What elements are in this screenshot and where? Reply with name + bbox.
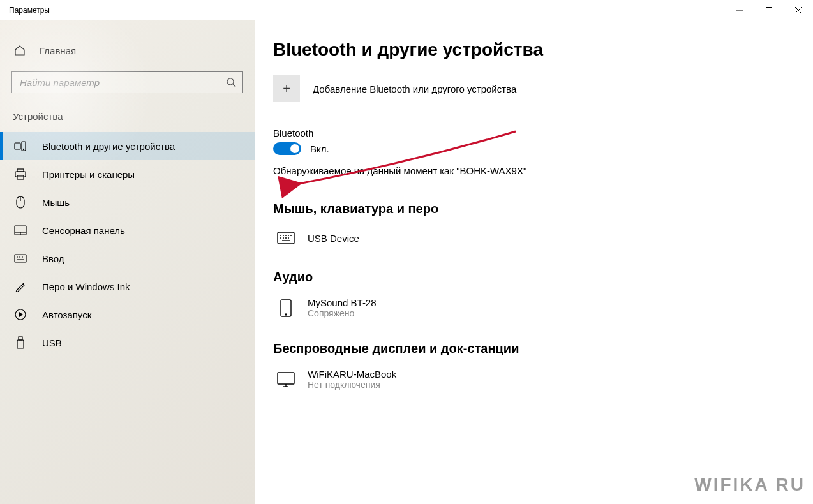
section-header-input: Мышь, клавиатура и перо bbox=[273, 202, 787, 216]
device-info: WiFiKARU-MacBook Нет подключения bbox=[308, 369, 396, 390]
home-label: Главная bbox=[40, 45, 76, 56]
svg-line-5 bbox=[233, 84, 235, 87]
window-controls bbox=[725, 0, 813, 20]
sidebar-item-label: Принтеры и сканеры bbox=[42, 169, 135, 180]
sidebar-item-autoplay[interactable]: Автозапуск bbox=[0, 300, 255, 329]
sidebar-item-label: USB bbox=[42, 337, 62, 348]
sidebar-item-mouse[interactable]: Мышь bbox=[0, 188, 255, 216]
device-status: Нет подключения bbox=[308, 380, 396, 390]
discoverable-text: Обнаруживаемое на данный момент как "BOH… bbox=[273, 165, 787, 176]
search-wrap bbox=[11, 71, 243, 93]
watermark-text: WIFIKA RU bbox=[694, 475, 805, 495]
bluetooth-toggle-row: Вкл. bbox=[273, 142, 787, 155]
device-row-usb[interactable]: USB Device bbox=[273, 224, 787, 258]
device-info: USB Device bbox=[308, 233, 359, 244]
device-name: MySound BT-28 bbox=[308, 297, 377, 308]
page-title: Bluetooth и другие устройства bbox=[273, 40, 787, 60]
sidebar-item-label: Bluetooth и другие устройства bbox=[42, 141, 175, 152]
sidebar-item-touchpad[interactable]: Сенсорная панель bbox=[0, 216, 255, 244]
device-name: WiFiKARU-MacBook bbox=[308, 369, 396, 380]
watermark: WIFIKA RU bbox=[694, 475, 805, 495]
svg-rect-9 bbox=[17, 169, 24, 172]
section-header-audio: Аудио bbox=[273, 270, 787, 285]
nav-list: Bluetooth и другие устройства Принтеры и… bbox=[0, 132, 255, 357]
device-info: MySound BT-28 Сопряжено bbox=[308, 297, 377, 318]
keyboard-icon bbox=[14, 252, 27, 265]
add-device-label: Добавление Bluetooth или другого устройс… bbox=[313, 84, 516, 94]
device-status: Сопряжено bbox=[308, 308, 377, 318]
sidebar-item-bluetooth[interactable]: Bluetooth и другие устройства bbox=[0, 132, 255, 160]
devices-icon bbox=[14, 140, 27, 152]
svg-rect-6 bbox=[15, 143, 20, 149]
touchpad-icon bbox=[14, 224, 27, 237]
device-row-audio[interactable]: MySound BT-28 Сопряжено bbox=[273, 292, 787, 330]
printer-icon bbox=[14, 168, 27, 181]
svg-rect-23 bbox=[19, 337, 22, 340]
add-device-button[interactable]: + Добавление Bluetooth или другого устро… bbox=[273, 75, 787, 102]
sidebar-item-pen[interactable]: Перо и Windows Ink bbox=[0, 272, 255, 300]
minimize-button[interactable] bbox=[725, 0, 754, 20]
home-nav[interactable]: Главная bbox=[0, 38, 255, 63]
plus-icon: + bbox=[273, 75, 300, 102]
content-area: Bluetooth и другие устройства + Добавлен… bbox=[255, 20, 813, 504]
window-title: Параметры bbox=[9, 6, 50, 15]
device-name: USB Device bbox=[308, 233, 359, 244]
toggle-state-label: Вкл. bbox=[310, 144, 329, 154]
svg-rect-38 bbox=[278, 373, 294, 384]
search-input[interactable] bbox=[19, 77, 226, 89]
mouse-icon bbox=[14, 196, 27, 209]
svg-point-37 bbox=[285, 314, 287, 315]
svg-point-4 bbox=[227, 78, 234, 85]
bluetooth-label: Bluetooth bbox=[273, 128, 787, 138]
sidebar-item-label: Сенсорная панель bbox=[42, 225, 125, 236]
autoplay-icon bbox=[14, 308, 27, 321]
monitor-icon bbox=[277, 371, 295, 389]
maximize-button[interactable] bbox=[754, 0, 784, 20]
section-header-displays: Беспроводные дисплеи и док-станции bbox=[273, 341, 787, 356]
sidebar-category: Устройства bbox=[0, 105, 255, 132]
svg-point-8 bbox=[23, 149, 24, 149]
sidebar-item-usb[interactable]: USB bbox=[0, 329, 255, 357]
svg-rect-1 bbox=[766, 8, 772, 13]
search-box[interactable] bbox=[11, 71, 243, 93]
sidebar-item-label: Мышь bbox=[42, 197, 70, 208]
device-row-display[interactable]: WiFiKARU-MacBook Нет подключения bbox=[273, 364, 787, 401]
search-icon bbox=[226, 77, 236, 87]
sidebar: Главная Устройства Bluetooth и другие ус… bbox=[0, 20, 255, 504]
sidebar-item-label: Автозапуск bbox=[42, 309, 91, 320]
usb-icon bbox=[14, 336, 27, 349]
keyboard-icon bbox=[277, 229, 295, 247]
sidebar-item-label: Ввод bbox=[42, 253, 64, 264]
sidebar-item-typing[interactable]: Ввод bbox=[0, 244, 255, 272]
phone-icon bbox=[277, 299, 295, 317]
sidebar-item-label: Перо и Windows Ink bbox=[42, 281, 130, 292]
bluetooth-toggle[interactable] bbox=[273, 142, 301, 155]
svg-rect-17 bbox=[15, 255, 26, 262]
home-icon bbox=[14, 45, 26, 56]
close-button[interactable] bbox=[784, 0, 813, 20]
svg-rect-11 bbox=[17, 175, 24, 179]
sidebar-item-printers[interactable]: Принтеры и сканеры bbox=[0, 160, 255, 188]
titlebar: Параметры bbox=[0, 0, 813, 20]
pen-icon bbox=[14, 280, 27, 293]
svg-rect-24 bbox=[17, 340, 24, 348]
